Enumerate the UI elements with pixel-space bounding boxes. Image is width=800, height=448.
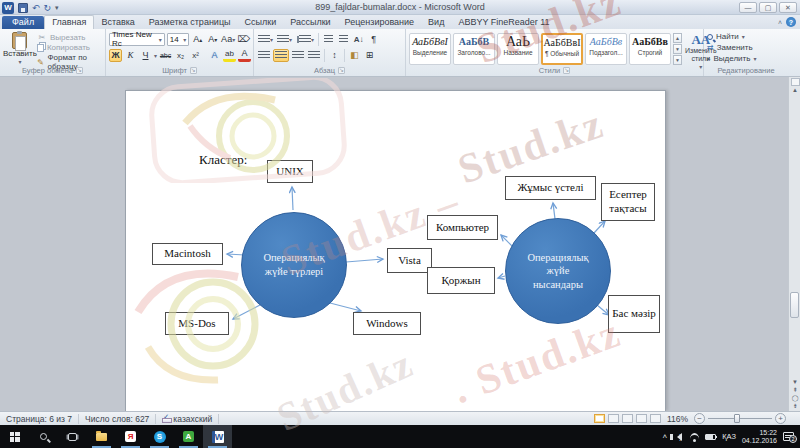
shading-button[interactable]: ◧: [348, 49, 361, 62]
clipboard-dialog-launcher-icon[interactable]: ↘: [76, 67, 83, 74]
text-effects-button[interactable]: А: [208, 49, 221, 62]
subscript-button[interactable]: x₂: [174, 49, 187, 62]
keyboard-language[interactable]: ҚАЗ: [722, 432, 736, 441]
tab-insert[interactable]: Вставка: [94, 16, 141, 29]
diagram-box-msdos[interactable]: MS-Dos: [165, 312, 229, 335]
copy-button[interactable]: Копировать: [37, 43, 102, 52]
decrease-indent-button[interactable]: [322, 33, 335, 46]
diagram-circle-os-types[interactable]: Операциялық жүйе түрлері: [241, 212, 347, 318]
style-item-nazvanie[interactable]: АаЬ Название: [497, 33, 539, 65]
style-item-strogii[interactable]: АаБбВв Строгий: [629, 33, 671, 65]
highlight-button[interactable]: ab: [223, 49, 236, 62]
multilevel-list-button[interactable]: ▾: [295, 33, 315, 46]
font-size-combo[interactable]: 14▾: [167, 33, 190, 46]
paragraph-dialog-launcher-icon[interactable]: ↘: [338, 67, 345, 74]
document-page[interactable]: Кластер: UNIX Macintosh MS-Dos Windows V…: [125, 90, 666, 411]
scrollbar-thumb[interactable]: [790, 292, 799, 318]
numbering-button[interactable]: ▾: [276, 33, 293, 46]
diagram-box-vista[interactable]: Vista: [387, 248, 432, 273]
vertical-scrollbar[interactable]: ▲ ▼ ⇞ ◯ ⇟: [788, 77, 800, 411]
tab-file[interactable]: Файл: [2, 16, 44, 29]
zoom-in-button[interactable]: +: [775, 413, 786, 424]
align-right-button[interactable]: [291, 49, 305, 62]
paste-dropdown-icon[interactable]: ▾: [18, 58, 21, 65]
underline-dropdown-icon[interactable]: ▾: [154, 52, 157, 59]
tab-abbyy[interactable]: ABBYY FineReader 11: [451, 16, 556, 29]
change-case-button[interactable]: Аа▾: [221, 33, 235, 46]
diagram-box-bas-mazir[interactable]: Бас мәзір: [608, 295, 660, 333]
restore-button[interactable]: ▢: [759, 2, 777, 13]
find-button[interactable]: Найти ▾: [707, 32, 785, 41]
styles-scroll-down-icon[interactable]: ▼: [673, 44, 682, 54]
wifi-icon[interactable]: [690, 433, 699, 441]
next-page-icon[interactable]: ⇟: [789, 402, 800, 410]
help-icon[interactable]: ?: [786, 17, 796, 27]
tab-mailings[interactable]: Рассылки: [283, 16, 337, 29]
fullscreen-reading-view-button[interactable]: [608, 414, 619, 423]
show-paragraph-marks-button[interactable]: ¶: [367, 33, 380, 46]
collapse-ribbon-icon[interactable]: ˄: [778, 19, 782, 26]
minimize-button[interactable]: —: [739, 2, 757, 13]
styles-scroll-up-icon[interactable]: ▲: [673, 33, 682, 43]
hidden-icons-chevron-icon[interactable]: ˄: [662, 432, 667, 441]
strikethrough-button[interactable]: abc: [159, 49, 172, 62]
style-item-vydelenie[interactable]: АаБбВвІ Выделение: [409, 33, 451, 65]
taskbar-search-button[interactable]: [29, 425, 58, 448]
yandex-browser-button[interactable]: Я: [116, 425, 145, 448]
tab-view[interactable]: Вид: [421, 16, 451, 29]
align-left-button[interactable]: [257, 49, 271, 62]
clock[interactable]: 15:22 04.12.2016: [742, 429, 777, 445]
borders-button[interactable]: ⊞: [363, 49, 376, 62]
diagram-box-korzhyn[interactable]: Қоржын: [427, 267, 495, 294]
outline-view-button[interactable]: [636, 414, 647, 423]
tab-review[interactable]: Рецензирование: [338, 16, 422, 29]
font-family-combo[interactable]: Times New Rc▾: [109, 33, 165, 46]
superscript-button[interactable]: x²: [189, 49, 202, 62]
scroll-down-icon[interactable]: ▼: [789, 378, 800, 386]
zoom-level[interactable]: 116%: [667, 414, 688, 424]
select-button[interactable]: ▸ Выделить ▾: [707, 54, 785, 63]
bold-button[interactable]: Ж: [109, 49, 122, 62]
diagram-box-esepter-taktasy[interactable]: Есептер тақтасы: [601, 183, 655, 221]
style-item-zagolovok[interactable]: АаБбВ Заголово...: [453, 33, 495, 65]
underline-button[interactable]: Ч: [139, 49, 152, 62]
styles-more-icon[interactable]: ▼: [673, 55, 682, 65]
bullets-button[interactable]: ▾: [257, 33, 274, 46]
start-button[interactable]: [0, 425, 29, 448]
tab-references[interactable]: Ссылки: [238, 16, 284, 29]
diagram-circle-os-objects[interactable]: Операциялық жүйе нысандары: [505, 218, 611, 324]
font-color-button[interactable]: А: [238, 49, 251, 62]
style-item-obychnyi[interactable]: АаБбВвІ ¶ Обычный: [541, 33, 583, 65]
print-layout-view-button[interactable]: [594, 414, 605, 423]
draft-view-button[interactable]: [650, 414, 661, 423]
italic-button[interactable]: К: [124, 49, 137, 62]
close-button[interactable]: ✕: [779, 2, 797, 13]
justify-button[interactable]: [307, 49, 321, 62]
scroll-up-icon[interactable]: ▲: [792, 87, 798, 93]
browse-object-icon[interactable]: ◯: [789, 394, 800, 402]
zoom-slider[interactable]: [708, 418, 772, 419]
page-indicator[interactable]: Страница: 6 из 7: [0, 414, 79, 424]
diagram-box-zhumys-usteli[interactable]: Жұмыс үстелі: [505, 176, 596, 200]
abbyy-button[interactable]: A: [174, 425, 203, 448]
language-indicator[interactable]: казахский: [156, 414, 219, 424]
sort-button[interactable]: А↓: [352, 33, 365, 46]
replace-button[interactable]: ⇄ Заменить: [707, 43, 785, 52]
shrink-font-button[interactable]: А▾: [206, 33, 219, 46]
word-taskbar-button[interactable]: W: [203, 425, 232, 448]
align-center-button[interactable]: [273, 49, 289, 62]
volume-icon[interactable]: [673, 433, 682, 441]
file-explorer-button[interactable]: [87, 425, 116, 448]
word-count[interactable]: Число слов: 627: [79, 414, 156, 424]
skype-button[interactable]: S: [145, 425, 174, 448]
tab-page-layout[interactable]: Разметка страницы: [142, 16, 238, 29]
diagram-box-unix[interactable]: UNIX: [267, 160, 313, 183]
increase-indent-button[interactable]: [337, 33, 350, 46]
line-spacing-button[interactable]: ↕: [328, 49, 341, 62]
previous-page-icon[interactable]: ⇞: [789, 386, 800, 394]
font-dialog-launcher-icon[interactable]: ↘: [190, 67, 197, 74]
ruler-toggle-icon[interactable]: [791, 78, 800, 86]
clear-formatting-button[interactable]: ⌦: [237, 33, 250, 46]
style-item-podzagolovok[interactable]: АаБбВв Подзагол...: [585, 33, 627, 65]
zoom-slider-thumb[interactable]: [734, 414, 740, 423]
